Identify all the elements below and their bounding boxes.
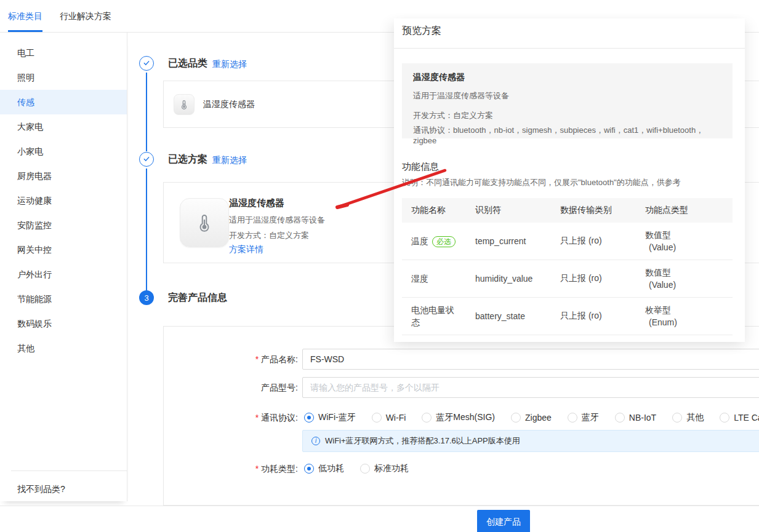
product-name-label: *产品名称: [167, 349, 298, 370]
radio-ble[interactable]: 蓝牙 [568, 412, 599, 423]
check-icon [142, 58, 151, 69]
preview-solution-desc: 适用于温湿度传感器等设备 [413, 90, 721, 101]
step2-title: 已选方案 [168, 153, 207, 166]
required-mark: * [255, 413, 259, 423]
tab-standard-category[interactable]: 标准类目 [8, 0, 42, 32]
radio-dot [672, 413, 682, 423]
table-row: 电池电量状态 battery_state 只上报 (ro) 枚举型(Enum) [402, 298, 733, 335]
radio-dot [511, 413, 521, 423]
selected-category-name: 温湿度传感器 [203, 99, 255, 110]
radio-dot [720, 413, 729, 423]
sidebar-item-small-appliance[interactable]: 小家电 [0, 139, 127, 164]
power-type-label: *功耗类型: [167, 458, 298, 479]
preview-protocols: 通讯协议：bluetooth，nb-iot，sigmesh，subpieces，… [413, 125, 721, 145]
solution-name: 温湿度传感器 [229, 197, 284, 209]
category-sidebar: 电工 照明 传感 大家电 小家电 厨房电器 运动健康 安防监控 网关中控 户外出… [0, 33, 127, 501]
radio-dot [615, 413, 625, 423]
product-name-input[interactable] [302, 349, 759, 370]
preview-divider [394, 48, 745, 49]
sidebar-item-large-appliance[interactable]: 大家电 [0, 114, 127, 139]
product-model-label: 产品型号: [167, 377, 298, 398]
solution-detail-link[interactable]: 方案详情 [229, 244, 263, 255]
footer-bar: 创建产品 [0, 506, 759, 532]
step3-title: 完善产品信息 [168, 292, 227, 304]
cant-find-category-link[interactable]: 找不到品类? [17, 477, 65, 501]
sidebar-item-other[interactable]: 其他 [0, 336, 127, 360]
radio-wifi[interactable]: Wi-Fi [372, 413, 406, 423]
step3-circle: 3 [139, 290, 154, 305]
col-identifier: 识别符 [475, 205, 560, 216]
sidebar-item-outdoor[interactable]: 户外出行 [0, 262, 127, 287]
radio-dot [304, 464, 314, 474]
required-mark: * [255, 354, 259, 364]
function-info-title: 功能信息 [402, 161, 439, 173]
radio-dot [568, 413, 577, 423]
radio-lte-cat1[interactable]: LTE Cat.1 [720, 413, 759, 423]
solution-desc: 适用于温湿度传感器等设备 [229, 215, 325, 226]
sidebar-item-gateway[interactable]: 网关中控 [0, 237, 127, 262]
step1-done-circle [139, 56, 154, 71]
power-type-radio-group: 低功耗 标准功耗 [304, 463, 409, 474]
protocol-tip-text: WiFi+蓝牙联网方式，推荐搭配3.17.6以上APP版本使用 [325, 435, 520, 447]
sidebar-item-security[interactable]: 安防监控 [0, 213, 127, 237]
sidebar-item-sport-health[interactable]: 运动健康 [0, 188, 127, 213]
table-row: 温度必选 temp_current 只上报 (ro) 数值型(Value) [402, 223, 733, 260]
radio-nbiot[interactable]: NB-IoT [615, 413, 656, 423]
table-row: 湿度 humidity_value 只上报 (ro) 数值型(Value) [402, 260, 733, 298]
sidebar-item-lighting[interactable]: 照明 [0, 65, 127, 90]
sidebar-item-electrical[interactable]: 电工 [0, 41, 127, 65]
sidebar-item-kitchen[interactable]: 厨房电器 [0, 164, 127, 188]
preview-dev-mode: 开发方式：自定义方案 [413, 110, 721, 121]
required-badge: 必选 [432, 236, 456, 247]
sidebar-item-sensor[interactable]: 传感 [0, 90, 127, 114]
col-dp-type: 功能点类型 [645, 205, 733, 216]
info-icon: i [311, 437, 320, 445]
check-icon [142, 154, 151, 165]
sidebar-item-digital-entertainment[interactable]: 数码娱乐 [0, 311, 127, 336]
preview-solution-name: 温湿度传感器 [413, 72, 721, 83]
required-mark: * [255, 464, 259, 474]
sidebar-divider [11, 470, 127, 471]
radio-ble-mesh-sig[interactable]: 蓝牙Mesh(SIG) [422, 412, 495, 423]
function-table: 功能名称 识别符 数据传输类别 功能点类型 温度必选 temp_current … [402, 198, 733, 335]
function-table-header: 功能名称 识别符 数据传输类别 功能点类型 [402, 198, 733, 223]
col-transfer-type: 数据传输类别 [560, 205, 645, 216]
sidebar-item-energy[interactable]: 节能能源 [0, 287, 127, 311]
solution-preview-panel: 预览方案 温湿度传感器 适用于温湿度传感器等设备 开发方式：自定义方案 通讯协议… [394, 18, 745, 342]
radio-standard-power[interactable]: 标准功耗 [360, 463, 409, 474]
product-info-form: *产品名称: 产品型号: *通讯协议: WiFi-蓝牙 Wi-Fi 蓝牙Mesh… [163, 326, 759, 506]
preview-title: 预览方案 [402, 25, 441, 38]
protocol-tip-box: i WiFi+蓝牙联网方式，推荐搭配3.17.6以上APP版本使用 [302, 430, 759, 452]
radio-wifi-ble[interactable]: WiFi-蓝牙 [304, 412, 356, 423]
step1-title: 已选品类 [168, 57, 207, 70]
step1-reselect-link[interactable]: 重新选择 [212, 59, 247, 70]
product-model-input[interactable] [302, 377, 759, 398]
col-function-name: 功能名称 [411, 205, 475, 216]
radio-dot [360, 464, 370, 474]
tab-industry-solution[interactable]: 行业解决方案 [60, 0, 111, 32]
radio-zigbee[interactable]: Zigbee [511, 413, 552, 423]
thermometer-icon [174, 94, 195, 115]
solution-dev-mode: 开发方式：自定义方案 [229, 230, 309, 241]
protocol-label: *通讯协议: [167, 407, 298, 428]
preview-summary-box: 温湿度传感器 适用于温湿度传感器等设备 开发方式：自定义方案 通讯协议：blue… [402, 63, 733, 138]
step2-reselect-link[interactable]: 重新选择 [212, 155, 247, 166]
step-connector [146, 169, 147, 290]
step-connector [146, 73, 147, 151]
radio-dot [304, 413, 314, 423]
radio-other[interactable]: 其他 [672, 412, 704, 423]
step2-done-circle [139, 152, 154, 167]
step3-number: 3 [144, 293, 148, 303]
product-create-page: 标准类目 行业解决方案 电工 照明 传感 大家电 小家电 厨房电器 运动健康 安… [0, 0, 759, 532]
create-product-button[interactable]: 创建产品 [477, 510, 530, 532]
radio-low-power[interactable]: 低功耗 [304, 463, 344, 474]
thermometer-icon [180, 198, 229, 247]
protocol-radio-group: WiFi-蓝牙 Wi-Fi 蓝牙Mesh(SIG) Zigbee 蓝牙 NB-I… [304, 412, 759, 423]
function-info-note: 说明：不同通讯能力可能支持功能点不同，仅展示"bluetooth"的功能点，供参… [402, 177, 681, 188]
radio-dot [372, 413, 382, 423]
radio-dot [422, 413, 432, 423]
